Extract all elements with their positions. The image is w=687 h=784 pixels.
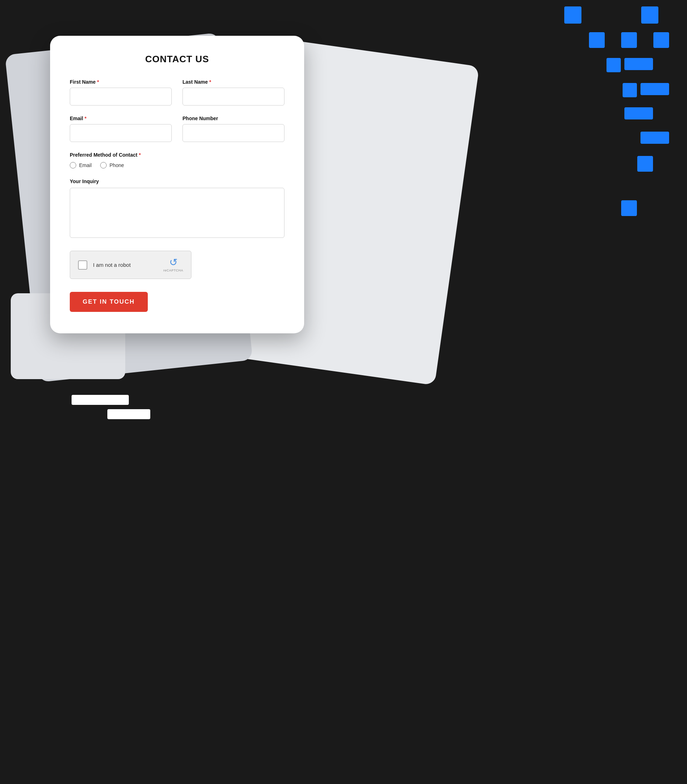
radio-email-label: Email — [79, 162, 92, 168]
preferred-contact-label: Preferred Method of Contact * — [70, 152, 284, 158]
blue-sq-13 — [621, 200, 637, 216]
contact-row: Email * Phone Number — [70, 115, 284, 142]
recaptcha-icon: ↺ — [169, 258, 178, 267]
blue-sq-12 — [637, 156, 653, 172]
blue-sq-2 — [641, 7, 658, 24]
decorative-rect-1 — [72, 395, 129, 405]
radio-phone-label: Phone — [110, 162, 124, 168]
inquiry-section: Your Inquiry — [70, 179, 284, 239]
blue-sq-7 — [625, 58, 653, 70]
last-name-label: Last Name * — [182, 79, 284, 85]
blue-sq-4 — [621, 32, 637, 48]
recaptcha-box[interactable]: I am not a robot ↺ reCAPTCHA — [70, 251, 191, 279]
inquiry-label: Your Inquiry — [70, 179, 284, 184]
preferred-required: * — [139, 152, 141, 158]
radio-phone-option[interactable]: Phone — [100, 162, 124, 169]
decorative-squares — [544, 0, 687, 322]
last-name-input[interactable] — [182, 88, 284, 105]
phone-input[interactable] — [182, 124, 284, 142]
phone-label: Phone Number — [182, 115, 284, 121]
blue-sq-10 — [625, 107, 653, 120]
last-name-group: Last Name * — [182, 79, 284, 105]
blue-sq-6 — [606, 58, 621, 72]
blue-sq-1 — [564, 7, 582, 24]
recaptcha-text: I am not a robot — [93, 262, 158, 268]
email-label: Email * — [70, 115, 172, 121]
recaptcha-logo: ↺ reCAPTCHA — [163, 258, 183, 272]
inquiry-textarea[interactable] — [70, 188, 284, 238]
blue-sq-5 — [653, 32, 669, 48]
submit-button[interactable]: GET IN TOUCH — [70, 292, 148, 312]
phone-group: Phone Number — [182, 115, 284, 142]
form-title: CONTACT US — [70, 54, 284, 65]
first-name-required: * — [97, 79, 99, 85]
last-name-required: * — [209, 79, 211, 85]
email-required: * — [84, 115, 86, 121]
radio-email-option[interactable]: Email — [70, 162, 92, 169]
name-row: First Name * Last Name * — [70, 79, 284, 105]
contact-form-card: CONTACT US First Name * Last Name * Emai… — [50, 36, 304, 333]
first-name-group: First Name * — [70, 79, 172, 105]
blue-sq-11 — [641, 131, 669, 144]
decorative-rect-2 — [107, 409, 150, 419]
blue-sq-8 — [623, 83, 637, 97]
email-group: Email * — [70, 115, 172, 142]
recaptcha-caption: reCAPTCHA — [163, 269, 183, 272]
preferred-contact-section: Preferred Method of Contact * Email Phon… — [70, 152, 284, 169]
radio-phone-input[interactable] — [100, 162, 107, 169]
blue-sq-9 — [641, 83, 669, 95]
blue-sq-3 — [589, 32, 605, 48]
first-name-input[interactable] — [70, 88, 172, 105]
first-name-label: First Name * — [70, 79, 172, 85]
radio-group: Email Phone — [70, 162, 284, 169]
radio-email-input[interactable] — [70, 162, 76, 169]
recaptcha-checkbox[interactable] — [78, 261, 87, 270]
email-input[interactable] — [70, 124, 172, 142]
